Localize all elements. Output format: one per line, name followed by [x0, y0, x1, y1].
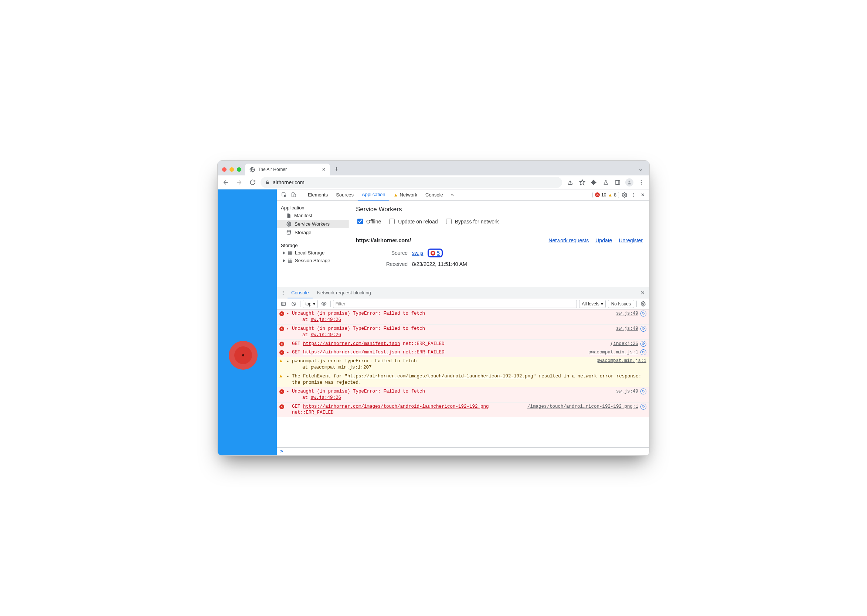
- tab-application[interactable]: Application: [358, 189, 389, 201]
- tab-elements[interactable]: Elements: [304, 189, 331, 201]
- sw-error-badge[interactable]: ✕ 5: [427, 248, 443, 258]
- browser-tab[interactable]: The Air Horner ✕: [245, 163, 330, 175]
- profile-icon[interactable]: [624, 177, 635, 188]
- sw-origin: https://airhorner.com/: [356, 237, 411, 244]
- close-devtools-icon[interactable]: ✕: [638, 190, 647, 200]
- console-row[interactable]: ✕▸Uncaught (in promise) TypeError: Faile…: [277, 325, 649, 340]
- drawer-more-icon[interactable]: [279, 288, 287, 298]
- warning-icon: ▲: [394, 192, 399, 197]
- refresh-icon[interactable]: ⟳: [640, 341, 646, 347]
- console-sidebar-icon[interactable]: [279, 300, 287, 308]
- console-filter[interactable]: [333, 300, 577, 308]
- filter-input[interactable]: [333, 300, 577, 308]
- address-bar[interactable]: airhorner.com: [260, 177, 562, 188]
- sw-title: Service Workers: [356, 206, 643, 213]
- devtools-tabs: Elements Sources Application ▲Network Co…: [277, 189, 649, 201]
- source-link[interactable]: sw.js:49: [616, 311, 638, 316]
- reload-button[interactable]: [247, 177, 258, 188]
- drawer-close-icon[interactable]: ✕: [638, 290, 647, 296]
- share-icon[interactable]: [565, 177, 575, 188]
- disclosure-icon[interactable]: ▸: [287, 327, 290, 331]
- offline-checkbox[interactable]: Offline: [356, 217, 381, 225]
- drawer-tab-network-blocking[interactable]: Network request blocking: [314, 287, 375, 299]
- source-link[interactable]: (index):26: [610, 341, 638, 346]
- url-link[interactable]: https://airhorner.com/manifest.json: [303, 350, 400, 355]
- tab-console[interactable]: Console: [422, 189, 447, 201]
- disclosure-icon[interactable]: ▸: [287, 359, 290, 363]
- refresh-icon[interactable]: ⟳: [640, 388, 646, 394]
- stack-link[interactable]: pwacompat.min.js:1:207: [311, 365, 372, 370]
- disclosure-icon[interactable]: ▸: [287, 350, 290, 355]
- tabs-overflow-icon[interactable]: [635, 167, 646, 175]
- stack-link[interactable]: sw.js:49:26: [311, 317, 342, 322]
- settings-icon[interactable]: [620, 190, 629, 200]
- close-tab-icon[interactable]: ✕: [322, 167, 326, 172]
- more-icon[interactable]: [630, 190, 637, 200]
- console-row[interactable]: ✕▸Uncaught (in promise) TypeError: Faile…: [277, 387, 649, 402]
- live-expression-icon[interactable]: [320, 300, 328, 308]
- log-levels-selector[interactable]: All levels ▾: [579, 300, 605, 308]
- sidebar-item-manifest[interactable]: Manifest: [277, 211, 349, 220]
- labs-icon[interactable]: [601, 177, 611, 188]
- svg-rect-4: [568, 183, 572, 184]
- drawer-tab-console[interactable]: Console: [287, 287, 313, 299]
- source-link[interactable]: pwacompat.min.js:1: [596, 358, 646, 363]
- back-button[interactable]: [221, 177, 231, 188]
- update-link[interactable]: Update: [595, 237, 612, 244]
- url-link[interactable]: https://airhorner.com/images/touch/andro…: [347, 374, 533, 379]
- console-log[interactable]: ✕▸Uncaught (in promise) TypeError: Faile…: [277, 310, 649, 447]
- url-link[interactable]: https://airhorner.com/manifest.json: [303, 341, 400, 346]
- context-selector[interactable]: top ▾: [303, 300, 318, 308]
- source-link[interactable]: sw.js:49: [616, 389, 638, 394]
- disclosure-icon[interactable]: ▸: [287, 311, 290, 316]
- console-row[interactable]: ✕GET https://airhorner.com/manifest.json…: [277, 340, 649, 349]
- disclosure-icon[interactable]: ▸: [287, 389, 290, 394]
- maximize-window[interactable]: [237, 167, 241, 172]
- extensions-icon[interactable]: [589, 177, 599, 188]
- console-settings-icon[interactable]: [639, 300, 647, 308]
- refresh-icon[interactable]: ⟳: [640, 311, 646, 316]
- tabs-overflow[interactable]: »: [448, 189, 457, 201]
- console-row[interactable]: ▲▸pwacompat.js error TypeError: Failed t…: [277, 357, 649, 372]
- source-link[interactable]: pwacompat.min.js:1: [588, 350, 638, 355]
- refresh-icon[interactable]: ⟳: [640, 349, 646, 355]
- issues-button[interactable]: No Issues: [608, 300, 634, 308]
- stack-link[interactable]: sw.js:49:26: [311, 332, 342, 338]
- device-toolbar-icon[interactable]: [289, 190, 298, 200]
- minimize-window[interactable]: [230, 167, 234, 172]
- console-prompt[interactable]: >: [277, 447, 649, 455]
- forward-button[interactable]: [234, 177, 244, 188]
- bypass-checkbox[interactable]: Bypass for network: [445, 217, 499, 225]
- source-link[interactable]: /images/touch/androi…ricon-192-192.png:1: [527, 404, 638, 409]
- url-link[interactable]: https://airhorner.com/images/touch/andro…: [303, 404, 489, 409]
- close-window[interactable]: [222, 167, 227, 172]
- tab-network[interactable]: ▲Network: [390, 189, 421, 201]
- disclosure-icon[interactable]: ▸: [287, 374, 290, 379]
- clear-console-icon[interactable]: [290, 300, 298, 308]
- sidebar-item-service-workers[interactable]: Service Workers: [277, 220, 349, 228]
- update-on-reload-checkbox[interactable]: Update on reload: [388, 217, 438, 225]
- console-row[interactable]: ✕GET https://airhorner.com/images/touch/…: [277, 402, 649, 418]
- console-row[interactable]: ✕▸Uncaught (in promise) TypeError: Faile…: [277, 310, 649, 325]
- sw-error-count[interactable]: 5: [437, 250, 440, 256]
- sw-source-link[interactable]: sw.js: [412, 250, 423, 256]
- source-link[interactable]: sw.js:49: [616, 326, 638, 331]
- airhorn-button[interactable]: [229, 341, 258, 370]
- side-panel-icon[interactable]: [612, 177, 623, 188]
- sidebar-item-storage[interactable]: Storage: [277, 228, 349, 237]
- stack-link[interactable]: sw.js:49:26: [311, 395, 342, 400]
- tab-sources[interactable]: Sources: [332, 189, 357, 201]
- sidebar-item-local-storage[interactable]: Local Storage: [277, 249, 349, 257]
- new-tab-button[interactable]: +: [331, 165, 342, 175]
- menu-icon[interactable]: [636, 177, 646, 188]
- console-row[interactable]: ▲▸The FetchEvent for "https://airhorner.…: [277, 372, 649, 387]
- inspect-icon[interactable]: [279, 190, 288, 200]
- console-row[interactable]: ✕▸GET https://airhorner.com/manifest.jso…: [277, 348, 649, 357]
- refresh-icon[interactable]: ⟳: [640, 326, 646, 332]
- network-requests-link[interactable]: Network requests: [549, 237, 589, 244]
- sidebar-item-session-storage[interactable]: Session Storage: [277, 257, 349, 264]
- refresh-icon[interactable]: ⟳: [640, 404, 646, 410]
- bookmark-icon[interactable]: [577, 177, 587, 188]
- error-warning-pill[interactable]: ✕10 ▲8: [593, 192, 619, 198]
- unregister-link[interactable]: Unregister: [619, 237, 643, 244]
